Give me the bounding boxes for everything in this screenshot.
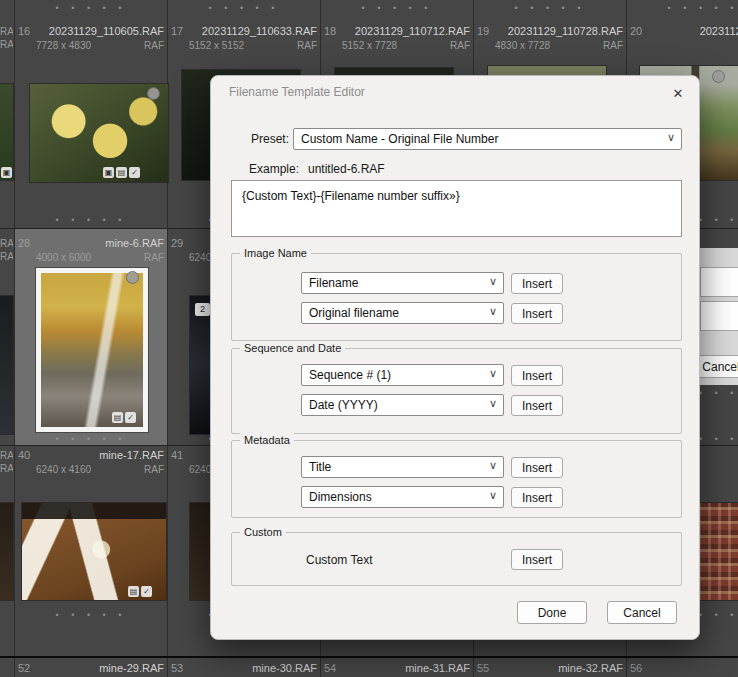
crop-badge-icon: ▤: [112, 412, 123, 423]
cell-subheader: 5152 x 7728 RAF: [342, 40, 470, 52]
thumb-badges: ▤ ✓: [112, 412, 136, 423]
cell-filename: mine-30.RAF: [252, 662, 317, 675]
cell-filename: 20231129_110712.RAF: [355, 25, 470, 38]
cell-header: 20 20231129_1: [630, 25, 738, 38]
dialog-title[interactable]: Filename Template Editor: [229, 85, 365, 99]
cell-index: 52: [18, 662, 30, 675]
image-name-group: Image Name: [231, 253, 682, 341]
cell-header: 53 mine-30.RAF: [171, 662, 317, 675]
edit-badge-icon: ✓: [125, 412, 136, 423]
title-select[interactable]: Title ∨: [301, 456, 504, 478]
chevron-down-icon: ∨: [489, 367, 497, 380]
cell-filename: mine-32.RAF: [558, 662, 623, 675]
cell-extension: RAF: [144, 464, 164, 476]
cell-extension: RAF: [0, 250, 13, 263]
cell-index: 19: [477, 25, 489, 38]
cell-dimensions: 5152 x 7728: [342, 40, 397, 52]
photo-thumbnail[interactable]: [698, 503, 738, 600]
chevron-down-icon: ∨: [489, 305, 497, 318]
insert-sequence-button[interactable]: Insert: [511, 365, 563, 386]
cell-dots: • • • • •: [15, 610, 167, 620]
sequence-date-group: Sequence and Date: [231, 348, 682, 434]
photo-thumbnail[interactable]: [0, 503, 13, 600]
lightroom-library-grid: • • • • • • • • • • • • • • • • • • • • …: [0, 0, 738, 677]
dimensions-select-value: Dimensions: [309, 490, 372, 504]
cell-filename: RAF: [0, 25, 13, 38]
cell-index: 55: [477, 662, 489, 675]
cell-filename: 20231129_110633.RAF: [202, 25, 317, 38]
background-window-field: [700, 301, 738, 331]
chevron-down-icon: ∨: [489, 397, 497, 410]
template-token-editor[interactable]: {Custom Text}-{Filename number suffix»}: [231, 180, 682, 237]
crop-badge-icon: ▤: [116, 167, 127, 178]
photo-thumbnail[interactable]: [190, 296, 210, 434]
cell-extension: RAF: [603, 40, 623, 52]
insert-dimensions-button[interactable]: Insert: [511, 487, 563, 508]
close-icon[interactable]: ✕: [667, 82, 689, 104]
cell-index: 28: [18, 237, 30, 250]
chevron-down-icon: ∨: [489, 275, 497, 288]
cell-filename: mine-17.RAF: [99, 449, 164, 462]
cell-subheader: 6240 x 4160 RAF: [36, 464, 164, 476]
cell-index: 29: [171, 237, 183, 250]
cell-filename: RAF: [0, 449, 13, 462]
cell-dots: • • • • •: [15, 3, 167, 13]
thumb-badges: ▤ ✓: [128, 586, 152, 597]
photo-image: [41, 273, 143, 427]
cell-header: 52 mine-29.RAF: [18, 662, 164, 675]
cell-dimensions: 6240: [189, 464, 211, 476]
crop-badge-icon: ▣: [1, 167, 12, 178]
quick-collection-marker-icon[interactable]: [126, 271, 139, 284]
cell-subheader: 7728 x 4830 RAF: [36, 40, 164, 52]
cancel-button[interactable]: Cancel: [607, 601, 677, 624]
row-divider: [0, 656, 738, 658]
done-button[interactable]: Done: [517, 601, 587, 624]
chevron-down-icon: ∨: [489, 459, 497, 472]
cell-header: 54 mine-31.RAF: [324, 662, 470, 675]
cell-dots: • • • • •: [627, 3, 738, 13]
insert-date-button[interactable]: Insert: [511, 395, 563, 416]
cell-extension: RAF: [450, 40, 470, 52]
cell-dots: • • • • •: [321, 3, 473, 13]
dimensions-select[interactable]: Dimensions ∨: [301, 486, 504, 508]
sequence-select[interactable]: Sequence # (1) ∨: [301, 364, 504, 386]
original-filename-select[interactable]: Original filename ∨: [301, 302, 504, 324]
preset-select[interactable]: Custom Name - Original File Number ∨: [293, 128, 682, 150]
photo-thumbnail-selected[interactable]: [36, 268, 148, 432]
clipped-cell-header: RAF RAF: [0, 449, 13, 475]
insert-custom-text-button[interactable]: Insert: [511, 549, 563, 570]
cell-dimensions: 6240: [189, 252, 211, 264]
chevron-down-icon: ∨: [667, 131, 675, 144]
photo-thumbnail[interactable]: [30, 84, 168, 182]
photo-thumbnail[interactable]: [190, 503, 210, 600]
photo-thumbnail[interactable]: [0, 84, 13, 180]
filename-select[interactable]: Filename ∨: [301, 272, 504, 294]
cell-subheader: 4000 x 6000 RAF: [36, 252, 164, 264]
cell-filename: 20231129_110605.RAF: [49, 25, 164, 38]
custom-legend: Custom: [240, 525, 286, 539]
custom-text-label: Custom Text: [306, 553, 372, 567]
cell-index: 16: [18, 25, 30, 38]
cell-index: 41: [171, 449, 183, 462]
stack-count-badge[interactable]: 2: [195, 303, 210, 316]
quick-collection-marker-icon[interactable]: [712, 70, 725, 83]
sequence-date-legend: Sequence and Date: [240, 341, 345, 355]
cell-header: 29: [171, 237, 211, 250]
cell-subheader: 4830 x 7728 RAF: [495, 40, 623, 52]
cell-index: 53: [171, 662, 183, 675]
date-select[interactable]: Date (YYYY) ∨: [301, 394, 504, 416]
quick-collection-marker-icon[interactable]: [147, 87, 160, 100]
cell-header: 17 20231129_110633.RAF: [171, 25, 317, 38]
cell-header: 41: [171, 449, 211, 462]
cell-dots: • • • • •: [15, 434, 167, 444]
cell-dots: • • • • •: [15, 215, 167, 225]
insert-title-button[interactable]: Insert: [511, 457, 563, 478]
cell-dimensions: 5152 x 5152: [189, 40, 244, 52]
cell-index: 17: [171, 25, 183, 38]
photo-thumbnail[interactable]: [0, 296, 13, 434]
insert-filename-button[interactable]: Insert: [511, 273, 563, 294]
metadata-legend: Metadata: [240, 433, 294, 447]
insert-original-filename-button[interactable]: Insert: [511, 303, 563, 324]
example-value: untitled-6.RAF: [308, 162, 385, 176]
cell-extension: RAF: [297, 40, 317, 52]
